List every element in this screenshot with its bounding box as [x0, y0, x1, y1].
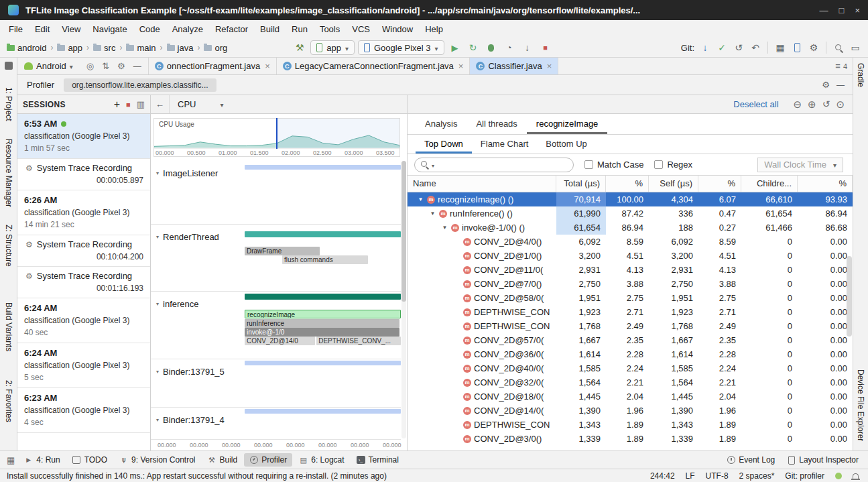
toolwindow-profiler[interactable]: Profiler	[244, 453, 292, 467]
breadcrumb-java[interactable]: java	[166, 43, 195, 53]
call-tree-row[interactable]: ▼mrunInference() ()61,99087.423360.4761,…	[408, 206, 853, 221]
thread-label[interactable]: ▾inference	[156, 299, 199, 309]
device-manager-button[interactable]	[790, 40, 804, 55]
tab-analysis[interactable]: Analysis	[416, 114, 467, 134]
close-tab-icon[interactable]: ×	[547, 61, 552, 71]
cpu-usage-chart[interactable]: CPU Usage 00.00000.50001.00001.50002.000…	[153, 118, 400, 157]
device-selector[interactable]: Google Pixel 3	[358, 40, 444, 55]
toolwindow-6-logcat[interactable]: 6: Logcat	[294, 453, 349, 467]
tool-stripe-build-variants[interactable]: Build Variants	[4, 302, 13, 351]
expand-icon[interactable]: ▼	[441, 221, 448, 235]
session-item[interactable]: 6:24 AMclassification (Google Pixel 3)40…	[17, 298, 150, 343]
session-item[interactable]: 6:26 AMclassification (Google Pixel 3)14…	[17, 190, 150, 235]
call-tree-row[interactable]: mDEPTHWISE_CON1,3431.891,3431.8900.00	[408, 418, 853, 432]
scrollbar-thumb[interactable]	[401, 161, 406, 302]
search-everywhere-button[interactable]	[831, 40, 846, 55]
breadcrumb-android[interactable]: android	[5, 43, 48, 53]
trace-event-drawframe[interactable]: DrawFrame	[245, 247, 320, 255]
column-header-name[interactable]: Name	[408, 176, 556, 192]
hidden-tabs-icon[interactable]	[835, 61, 841, 71]
breadcrumb-main[interactable]: main	[125, 43, 157, 53]
layout-panels-button[interactable]	[848, 40, 863, 55]
column-header-self-s-3[interactable]: Self (µs)	[649, 176, 698, 192]
editor-tab-classifier-java[interactable]: CClassifier.java×	[470, 58, 558, 74]
project-view-selector[interactable]: Android	[17, 58, 80, 74]
update-notification-icon[interactable]	[835, 473, 842, 479]
thread-label[interactable]: ▾Binder:13791_4	[156, 415, 225, 425]
collapse-icon[interactable]: ▾	[156, 301, 159, 307]
tool-stripe-z-structure[interactable]: Z: Structure	[4, 225, 13, 267]
apply-changes-button[interactable]	[466, 40, 481, 55]
expand-collapse-icon[interactable]	[102, 61, 109, 71]
tool-stripe-resource-manager[interactable]: Resource Manager	[4, 139, 13, 207]
stop-button[interactable]	[538, 40, 553, 55]
menu-help[interactable]: Help	[419, 20, 449, 38]
expand-icon[interactable]: ▼	[417, 192, 424, 206]
menu-file[interactable]: File	[3, 20, 29, 38]
tool-stripe-gradle[interactable]: Gradle	[856, 63, 865, 87]
editor-tab-onnectionfragment-java[interactable]: ConnectionFragment.java×	[149, 58, 277, 74]
stop-session-button[interactable]	[126, 99, 131, 109]
menu-build[interactable]: Build	[254, 20, 286, 38]
menu-window[interactable]: Window	[376, 20, 419, 38]
update-project-button[interactable]	[698, 40, 712, 55]
toolwindow-build[interactable]: Build	[202, 453, 243, 467]
menu-edit[interactable]: Edit	[29, 20, 56, 38]
tool-stripe-1-project[interactable]: 1: Project	[4, 87, 13, 121]
collapse-icon[interactable]: ▾	[156, 369, 159, 375]
deselect-all-link[interactable]: Deselect all	[733, 99, 778, 109]
call-tree-row[interactable]: mCONV_2D@14/0(1,3901.961,3901.9600.00	[408, 404, 853, 418]
collapse-icon[interactable]: ▾	[156, 170, 159, 176]
session-recording[interactable]: System Trace Recording00:10:04.200	[17, 235, 150, 267]
trace-event-conv-2d-14-0[interactable]: CONV_2D@14/0	[245, 337, 315, 345]
build-variants-button[interactable]	[773, 40, 788, 55]
session-recording[interactable]: System Trace Recording00:01:16.193	[17, 267, 150, 298]
locate-file-icon[interactable]	[86, 61, 94, 71]
run-button[interactable]	[448, 40, 462, 55]
zoom-to-selection-icon[interactable]	[836, 99, 845, 111]
thread-label[interactable]: ▾RenderThread	[156, 232, 219, 242]
search-box[interactable]	[414, 158, 574, 172]
line-separator[interactable]: LF	[686, 471, 695, 481]
column-header-childre-5[interactable]: Childre...	[741, 176, 798, 192]
timeline-scrollbar[interactable]	[401, 161, 406, 438]
column-header-item-4[interactable]: %	[698, 176, 741, 192]
back-button[interactable]	[151, 95, 170, 113]
menu-vcs[interactable]: VCS	[346, 20, 376, 38]
collapse-sessions-button[interactable]	[137, 99, 145, 109]
breadcrumb-src[interactable]: src	[92, 43, 117, 53]
column-header-total-s-1[interactable]: Total (µs)	[556, 176, 606, 192]
call-tree-row[interactable]: mCONV_2D@57/0(1,6672.351,6672.3500.00	[408, 333, 853, 347]
gear-icon[interactable]	[117, 61, 125, 71]
session-recording[interactable]: System Trace Recording00:00:05.897	[17, 159, 150, 190]
history-button[interactable]	[731, 40, 746, 55]
bell-icon[interactable]	[853, 473, 859, 479]
collapse-icon[interactable]: ▾	[156, 234, 159, 240]
profile-button[interactable]	[502, 40, 517, 55]
zoom-out-icon[interactable]	[794, 99, 802, 111]
table-scrollbar[interactable]	[847, 256, 852, 337]
subtab-top-down[interactable]: Top Down	[416, 135, 472, 154]
regex-checkbox[interactable]: Regex	[654, 160, 692, 170]
call-tree-row[interactable]: mCONV_2D@7/0()2,7503.882,7503.8800.00	[408, 277, 853, 291]
breadcrumb-app[interactable]: app	[56, 43, 84, 53]
toolwindow-layout-inspector[interactable]: Layout Inspector	[782, 453, 864, 467]
session-item[interactable]: 6:23 AMclassification (Google Pixel 3)4 …	[17, 388, 150, 433]
trace-event-recognizeimage[interactable]: recognizeImage	[245, 310, 401, 318]
minimize-button[interactable]: —	[820, 5, 828, 15]
call-tree-row[interactable]: mCONV_2D@18/0(1,4452.041,4452.0400.00	[408, 389, 853, 404]
expand-icon[interactable]: ▼	[429, 206, 436, 221]
make-project-button[interactable]	[292, 40, 307, 55]
session-item[interactable]: 6:24 AMclassification (Google Pixel 3)5 …	[17, 343, 150, 388]
breadcrumb-org[interactable]: org	[202, 43, 229, 53]
tab-recognizeimage[interactable]: recognizeImage	[527, 114, 608, 134]
profiler-process-tab[interactable]: org.tensorflow.lite.examples.classific..…	[64, 78, 216, 92]
thread-label[interactable]: ▾Binder:13791_5	[156, 367, 225, 377]
menu-view[interactable]: View	[56, 20, 86, 38]
run-config-selector[interactable]: app	[310, 40, 355, 55]
menu-code[interactable]: Code	[133, 20, 166, 38]
toolwindow-terminal[interactable]: Terminal	[351, 453, 404, 467]
zoom-in-icon[interactable]	[808, 99, 816, 111]
call-tree-row[interactable]: mCONV_2D@3/0()1,3391.891,3391.8900.00	[408, 432, 853, 446]
selection-line[interactable]	[276, 118, 277, 149]
